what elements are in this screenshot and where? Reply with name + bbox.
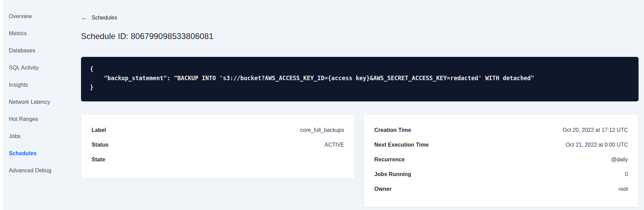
detail-row-key: Next Execution Time bbox=[374, 142, 429, 148]
detail-row-jobs-running: Jobs Running 0 bbox=[364, 167, 638, 182]
sidebar: Overview Metrics Databases SQL Activity … bbox=[3, 0, 78, 210]
detail-row-status: Status ACTIVE bbox=[81, 137, 354, 152]
detail-row-key: State bbox=[92, 157, 105, 163]
detail-row-label: Label core_full_backups bbox=[81, 123, 354, 137]
detail-row-key: Status bbox=[92, 142, 109, 148]
detail-row-value: core_full_backups bbox=[300, 127, 344, 133]
detail-row-value: @daily bbox=[611, 157, 628, 163]
detail-row-creation-time: Creation Time Oct 20, 2022 at 17:12 UTC bbox=[364, 123, 638, 137]
sidebar-item-jobs[interactable]: Jobs bbox=[3, 128, 78, 145]
backup-statement-code-block: { "backup_statement": "BACKUP INTO 's3:/… bbox=[81, 57, 639, 101]
sidebar-item-databases[interactable]: Databases bbox=[3, 42, 78, 59]
back-link-label: Schedules bbox=[92, 15, 117, 21]
sidebar-item-sql-activity[interactable]: SQL Activity bbox=[3, 59, 78, 76]
main-content: ← Schedules Schedule ID: 806799098533806… bbox=[81, 0, 639, 207]
app-background: Overview Metrics Databases SQL Activity … bbox=[3, 0, 644, 210]
schedule-summary-card: Label core_full_backups Status ACTIVE St… bbox=[81, 114, 355, 179]
schedule-timing-card: Creation Time Oct 20, 2022 at 17:12 UTC … bbox=[364, 114, 639, 207]
detail-row-value: ACTIVE bbox=[324, 142, 344, 148]
detail-row-owner: Owner root bbox=[364, 182, 638, 196]
sidebar-item-network-latency[interactable]: Network Latency bbox=[3, 94, 78, 111]
sidebar-item-advanced-debug[interactable]: Advanced Debug bbox=[3, 162, 78, 179]
detail-row-key: Owner bbox=[374, 186, 391, 192]
sidebar-item-hot-ranges[interactable]: Hot Ranges bbox=[3, 111, 78, 128]
detail-row-value: root bbox=[618, 186, 628, 192]
detail-row-next-execution-time: Next Execution Time Oct 21, 2022 at 0:00… bbox=[364, 137, 638, 152]
sidebar-item-insights[interactable]: Insights bbox=[3, 76, 78, 94]
detail-row-value: 0 bbox=[625, 171, 628, 177]
detail-row-key: Creation Time bbox=[374, 127, 411, 133]
sidebar-item-metrics[interactable]: Metrics bbox=[3, 25, 78, 42]
detail-row-key: Label bbox=[92, 127, 106, 133]
sidebar-item-schedules[interactable]: Schedules bbox=[3, 145, 78, 162]
detail-row-state: State bbox=[81, 152, 354, 167]
detail-cards: Label core_full_backups Status ACTIVE St… bbox=[81, 114, 639, 207]
detail-row-value: Oct 20, 2022 at 17:12 UTC bbox=[563, 127, 628, 133]
detail-row-recurrence: Recurrence @daily bbox=[364, 152, 638, 167]
sidebar-item-overview[interactable]: Overview bbox=[3, 8, 78, 25]
back-to-schedules-link[interactable]: ← Schedules bbox=[81, 14, 117, 21]
detail-row-value: Oct 21, 2022 at 0:00 UTC bbox=[566, 142, 628, 148]
detail-row-key: Jobs Running bbox=[374, 171, 411, 177]
left-arrow-icon: ← bbox=[81, 14, 88, 21]
page-title: Schedule ID: 806799098533806081 bbox=[81, 32, 639, 41]
detail-row-key: Recurrence bbox=[374, 157, 405, 163]
